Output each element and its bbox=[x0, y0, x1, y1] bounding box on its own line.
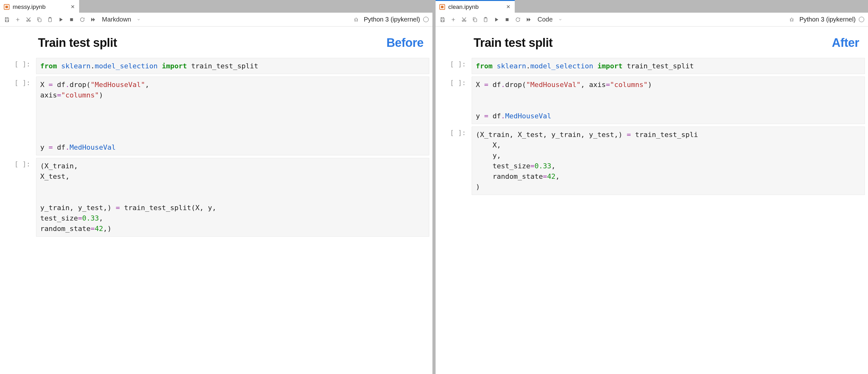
cell-type-select[interactable]: Code bbox=[536, 16, 563, 23]
svg-rect-5 bbox=[70, 18, 73, 21]
svg-point-6 bbox=[355, 19, 358, 21]
notebook-heading: Train test split bbox=[38, 36, 117, 50]
svg-rect-9 bbox=[474, 19, 477, 22]
cell-prompt: [ ]: bbox=[439, 76, 469, 87]
tab-title: clean.ipynb bbox=[448, 3, 478, 10]
cell-type-label: Code bbox=[537, 16, 553, 23]
bug-icon[interactable] bbox=[788, 17, 795, 23]
kernel-name: Python 3 (ipykernel) bbox=[799, 16, 856, 23]
restart-icon[interactable] bbox=[515, 17, 521, 23]
code-area[interactable]: (X_train, X_test, y_train, y_test,) = tr… bbox=[36, 158, 429, 237]
kernel-name: Python 3 (ipykernel) bbox=[364, 16, 420, 23]
add-icon[interactable] bbox=[14, 17, 21, 23]
stop-icon[interactable] bbox=[504, 17, 510, 23]
svg-point-0 bbox=[27, 20, 28, 22]
code-area[interactable]: X = df.drop("MedHouseVal", axis="columns… bbox=[36, 76, 429, 155]
cell-type-select[interactable]: Markdown bbox=[101, 16, 142, 23]
cut-icon[interactable] bbox=[25, 17, 32, 23]
bug-icon[interactable] bbox=[353, 17, 359, 23]
tabbar: clean.ipynb ✕ bbox=[436, 0, 868, 13]
toolbar: Code Python 3 (ipykernel) bbox=[436, 13, 868, 27]
badge-after: After bbox=[832, 36, 862, 50]
svg-point-7 bbox=[462, 20, 464, 22]
tab-messy[interactable]: messy.ipynb ✕ bbox=[0, 0, 79, 13]
notebook-body: Train test split Before [ ]: from sklear… bbox=[0, 27, 432, 374]
add-icon[interactable] bbox=[450, 17, 457, 23]
svg-rect-12 bbox=[506, 18, 509, 21]
notebook-icon bbox=[4, 4, 9, 10]
code-cell[interactable]: [ ]: from sklearn.model_selection import… bbox=[3, 58, 429, 74]
copy-icon[interactable] bbox=[472, 17, 478, 23]
pane-right: clean.ipynb ✕ Code Python 3 (ipykernel) … bbox=[436, 0, 868, 374]
cell-prompt: [ ]: bbox=[3, 158, 34, 168]
cell-type-label: Markdown bbox=[102, 16, 131, 23]
close-icon[interactable]: ✕ bbox=[70, 4, 75, 9]
svg-point-13 bbox=[790, 19, 793, 21]
svg-point-8 bbox=[465, 20, 466, 22]
save-icon[interactable] bbox=[439, 17, 446, 23]
notebook-heading: Train test split bbox=[473, 36, 553, 50]
pane-left: messy.ipynb ✕ Markdown Python 3 (ipykern… bbox=[0, 0, 432, 374]
run-all-icon[interactable] bbox=[526, 17, 532, 23]
save-icon[interactable] bbox=[4, 17, 10, 23]
code-cell[interactable]: [ ]: (X_train, X_test, y_train, y_test,)… bbox=[3, 158, 429, 237]
chevron-down-icon bbox=[558, 18, 562, 22]
kernel-indicator[interactable]: Python 3 (ipykernel) bbox=[364, 16, 429, 23]
kernel-status-icon bbox=[859, 17, 864, 22]
svg-rect-2 bbox=[38, 19, 41, 22]
paste-icon[interactable] bbox=[47, 17, 53, 23]
cut-icon[interactable] bbox=[461, 17, 467, 23]
restart-icon[interactable] bbox=[79, 17, 86, 23]
notebook-icon bbox=[439, 4, 445, 10]
tabbar: messy.ipynb ✕ bbox=[0, 0, 432, 13]
cell-prompt: [ ]: bbox=[439, 127, 469, 137]
paste-icon[interactable] bbox=[483, 17, 489, 23]
kernel-indicator[interactable]: Python 3 (ipykernel) bbox=[799, 16, 864, 23]
code-area[interactable]: from sklearn.model_selection import trai… bbox=[472, 58, 865, 74]
run-icon[interactable] bbox=[493, 17, 499, 23]
code-cell[interactable]: [ ]: X = df.drop("MedHouseVal", axis="co… bbox=[439, 76, 865, 124]
badge-before: Before bbox=[386, 36, 426, 50]
close-icon[interactable]: ✕ bbox=[506, 4, 510, 9]
cell-prompt: [ ]: bbox=[3, 58, 34, 68]
copy-icon[interactable] bbox=[36, 17, 42, 23]
svg-point-1 bbox=[29, 20, 31, 22]
notebook-body: Train test split After [ ]: from sklearn… bbox=[436, 27, 868, 374]
run-icon[interactable] bbox=[58, 17, 64, 23]
code-area[interactable]: (X_train, X_test, y_train, y_test,) = tr… bbox=[472, 127, 865, 195]
chevron-down-icon bbox=[137, 18, 141, 22]
kernel-status-icon bbox=[423, 17, 429, 22]
code-cell[interactable]: [ ]: (X_train, X_test, y_train, y_test,)… bbox=[439, 127, 865, 195]
tab-title: messy.ipynb bbox=[13, 3, 45, 10]
stop-icon[interactable] bbox=[68, 17, 75, 23]
toolbar: Markdown Python 3 (ipykernel) bbox=[0, 13, 432, 27]
code-cell[interactable]: [ ]: from sklearn.model_selection import… bbox=[439, 58, 865, 74]
run-all-icon[interactable] bbox=[90, 17, 96, 23]
heading-row: Train test split After bbox=[439, 31, 865, 55]
heading-row: Train test split Before bbox=[3, 31, 429, 55]
cell-prompt: [ ]: bbox=[439, 58, 469, 68]
code-cell[interactable]: [ ]: X = df.drop("MedHouseVal", axis="co… bbox=[3, 76, 429, 155]
tab-clean[interactable]: clean.ipynb ✕ bbox=[436, 0, 515, 13]
code-area[interactable]: from sklearn.model_selection import trai… bbox=[36, 58, 429, 74]
cell-prompt: [ ]: bbox=[3, 76, 34, 87]
code-area[interactable]: X = df.drop("MedHouseVal", axis="columns… bbox=[472, 76, 865, 124]
